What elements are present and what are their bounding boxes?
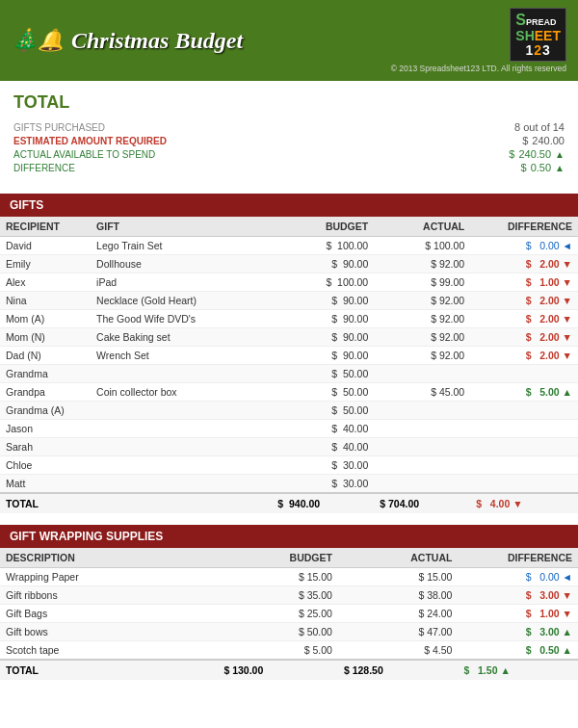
gifts-table-header: RECIPIENT GIFT BUDGET ACTUAL DIFFERENCE — [0, 217, 578, 237]
holly-icon: 🎄🔔 — [12, 28, 64, 53]
estimated-currency: $ — [522, 135, 528, 146]
gifts-table-row: Grandma (A) $ 50.00 — [0, 402, 578, 420]
wrap-budget: $ 50.00 — [218, 623, 338, 641]
actual-value: $ 240.50 ▲ — [509, 148, 565, 160]
wrapping-table-row: Scotch tape $ 5.00 $ 4.50 $ 0.50 ▲ — [0, 641, 578, 661]
gift-budget: $ 30.00 — [272, 456, 374, 475]
wrap-budget: $ 35.00 — [218, 586, 338, 605]
gift-name — [91, 456, 272, 475]
col-header-recipient: RECIPIENT — [0, 217, 91, 237]
gifts-table-row: Grandpa Coin collector box $ 50.00 $ 45.… — [0, 383, 578, 402]
gift-actual — [374, 402, 470, 420]
col-header-w-actual: ACTUAL — [338, 548, 459, 568]
gift-diff: $ 2.00 ▼ — [470, 255, 578, 273]
col-header-budget: BUDGET — [272, 217, 374, 237]
wrap-desc: Gift ribbons — [0, 586, 218, 605]
wrap-diff: $ 3.00 ▲ — [458, 623, 578, 641]
page-header: 🎄🔔 Christmas Budget S PREAD SH EET 123 ©… — [0, 0, 578, 81]
actual-amount: 240.50 — [518, 148, 551, 160]
gift-name: Dollhouse — [91, 255, 272, 273]
wrapping-total-actual: $ 128.50 — [338, 660, 459, 680]
gifts-table-row: Mom (A) The Good Wife DVD's $ 90.00 $ 92… — [0, 310, 578, 328]
wrap-diff: $ 0.00 ◄ — [458, 568, 578, 586]
gift-actual — [374, 420, 470, 438]
gift-diff — [470, 365, 578, 383]
col-header-description: DESCRIPTION — [0, 548, 218, 568]
difference-row: DIFFERENCE $ 0.50 ▲ — [13, 161, 565, 174]
header-right: S PREAD SH EET 123 © 2013 Spreadsheet123… — [391, 8, 566, 73]
actual-arrow-up-icon: ▲ — [555, 149, 565, 160]
gift-budget: $ 50.00 — [272, 402, 374, 420]
difference-currency: $ — [521, 162, 527, 173]
gift-diff — [470, 456, 578, 475]
gift-diff — [470, 420, 578, 438]
wrapping-total-row: TOTAL $ 130.00 $ 128.50 $ 1.50 ▲ — [0, 660, 578, 680]
actual-label: ACTUAL AVAILABLE TO SPEND — [13, 149, 155, 160]
gift-budget: $ 100.00 — [272, 273, 374, 292]
wrapping-total-budget: $ 130.00 — [218, 660, 338, 680]
col-header-gift: GIFT — [91, 217, 272, 237]
gift-diff — [470, 475, 578, 494]
wrap-diff: $ 1.00 ▼ — [458, 605, 578, 623]
wrap-budget: $ 25.00 — [218, 605, 338, 623]
gifts-section-bar: GIFTS — [0, 194, 578, 217]
gifts-table-row: Emily Dollhouse $ 90.00 $ 92.00 $ 2.00 ▼ — [0, 255, 578, 273]
gift-actual — [374, 438, 470, 456]
gift-recipient: Nina — [0, 292, 91, 310]
wrap-actual: $ 4.50 — [338, 641, 459, 661]
gift-recipient: Grandma — [0, 365, 91, 383]
copyright-text: © 2013 Spreadsheet123 LTD. All rights re… — [391, 64, 566, 73]
gift-actual: $ 45.00 — [374, 383, 470, 402]
gift-name — [91, 402, 272, 420]
header-title-area: 🎄🔔 Christmas Budget — [12, 28, 243, 54]
gift-name: Coin collector box — [91, 383, 272, 402]
difference-amount: 0.50 — [531, 162, 551, 173]
estimated-amount: 240.00 — [532, 135, 565, 146]
wrap-diff: $ 0.50 ▲ — [458, 641, 578, 661]
gifts-table-row: Mom (N) Cake Baking set $ 90.00 $ 92.00 … — [0, 328, 578, 347]
wrapping-table: DESCRIPTION BUDGET ACTUAL DIFFERENCE Wra… — [0, 548, 578, 680]
gifts-purchased-row: GIFTS PURCHASED 8 out of 14 — [13, 120, 565, 134]
col-header-w-diff: DIFFERENCE — [458, 548, 578, 568]
gift-diff: $ 2.00 ▼ — [470, 328, 578, 347]
gifts-table-row: Sarah $ 40.00 — [0, 438, 578, 456]
wrapping-table-row: Gift ribbons $ 35.00 $ 38.00 $ 3.00 ▼ — [0, 586, 578, 605]
gifts-table-row: Dad (N) Wrench Set $ 90.00 $ 92.00 $ 2.0… — [0, 347, 578, 365]
gift-recipient: Matt — [0, 475, 91, 494]
gift-recipient: Mom (A) — [0, 310, 91, 328]
gifts-total-label: TOTAL — [0, 493, 272, 513]
wrapping-table-row: Gift Bags $ 25.00 $ 24.00 $ 1.00 ▼ — [0, 605, 578, 623]
gift-actual: $ 92.00 — [374, 328, 470, 347]
gifts-table-row: Grandma $ 50.00 — [0, 365, 578, 383]
gift-diff: $ 2.00 ▼ — [470, 310, 578, 328]
gift-budget: $ 90.00 — [272, 347, 374, 365]
gift-recipient: Chloe — [0, 456, 91, 475]
gift-actual — [374, 475, 470, 494]
gift-name: iPad — [91, 273, 272, 292]
gift-actual: $ 100.00 — [374, 237, 470, 255]
gift-diff: $ 1.00 ▼ — [470, 273, 578, 292]
estimated-label: ESTIMATED AMOUNT REQUIRED — [13, 136, 167, 146]
wrap-actual: $ 47.00 — [338, 623, 459, 641]
page-title: Christmas Budget — [71, 28, 243, 54]
gifts-total-row: TOTAL $ 940.00 $ 704.00 $ 4.00 ▼ — [0, 493, 578, 513]
wrapping-total-diff: $ 1.50 ▲ — [458, 660, 578, 680]
difference-arrow-up-icon: ▲ — [555, 163, 565, 173]
gift-recipient: Sarah — [0, 438, 91, 456]
actual-currency: $ — [509, 148, 514, 160]
wrapping-table-row: Wrapping Paper $ 15.00 $ 15.00 $ 0.00 ◄ — [0, 568, 578, 586]
gift-actual — [374, 365, 470, 383]
gift-budget: $ 30.00 — [272, 475, 374, 494]
gifts-purchased-label: GIFTS PURCHASED — [13, 122, 105, 133]
gift-actual — [374, 456, 470, 475]
wrap-desc: Gift Bags — [0, 605, 218, 623]
gift-name — [91, 475, 272, 494]
gift-budget: $ 50.00 — [272, 365, 374, 383]
gift-recipient: Grandma (A) — [0, 402, 91, 420]
gift-recipient: Emily — [0, 255, 91, 273]
gift-diff: $ 0.00 ◄ — [470, 237, 578, 255]
gift-recipient: Dad (N) — [0, 347, 91, 365]
wrap-actual: $ 15.00 — [338, 568, 459, 586]
wrap-diff: $ 3.00 ▼ — [458, 586, 578, 605]
actual-row: ACTUAL AVAILABLE TO SPEND $ 240.50 ▲ — [13, 147, 565, 161]
